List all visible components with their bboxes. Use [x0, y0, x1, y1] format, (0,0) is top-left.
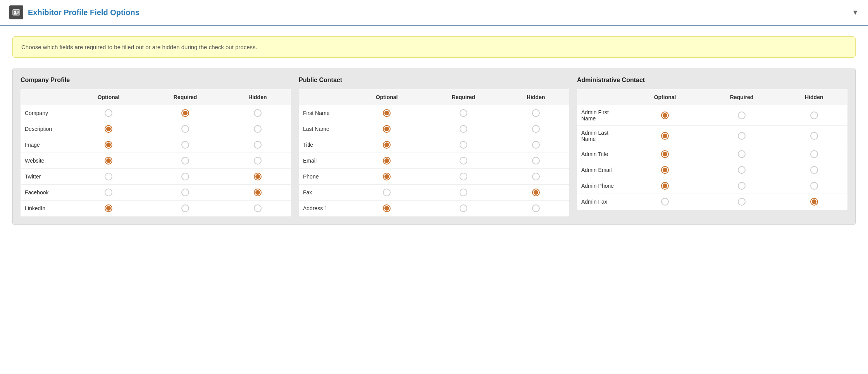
table-row: Image [21, 137, 291, 153]
svg-point-2 [14, 10, 17, 13]
radio-required-first-name[interactable] [460, 109, 467, 117]
header: Exhibitor Profile Field Options ▼ [0, 0, 868, 26]
radio-hidden-website[interactable] [254, 157, 262, 165]
radio-hidden-image[interactable] [254, 141, 262, 149]
field-label-facebook: Facebook [21, 185, 71, 201]
radio-optional-website[interactable] [105, 157, 112, 165]
radio-optional-title[interactable] [383, 141, 391, 149]
person-card-icon [9, 5, 23, 19]
radio-hidden-admin-email[interactable] [810, 166, 818, 174]
field-label-title: Title [299, 137, 350, 153]
column-header-required: Required [703, 89, 781, 105]
svg-rect-5 [17, 13, 19, 14]
radio-optional-email[interactable] [383, 157, 391, 165]
radio-optional-address-1[interactable] [383, 204, 391, 212]
field-label-linkedin: LinkedIn [21, 201, 71, 216]
radio-required-admin-phone[interactable] [738, 182, 746, 190]
table-row: Admin Fax [577, 194, 847, 210]
radio-required-admin-last-name[interactable] [738, 132, 746, 140]
radio-optional-phone[interactable] [383, 173, 391, 180]
info-text: Choose which fields are required to be f… [21, 44, 257, 50]
radio-optional-last-name[interactable] [383, 125, 391, 133]
radio-required-phone[interactable] [460, 173, 467, 180]
radio-optional-admin-phone[interactable] [661, 182, 669, 190]
radio-optional-admin-email[interactable] [661, 166, 669, 174]
radio-hidden-admin-first-name[interactable] [810, 112, 818, 119]
radio-required-facebook[interactable] [181, 189, 189, 196]
table-row: Twitter [21, 169, 291, 185]
radio-required-admin-fax[interactable] [738, 198, 746, 206]
radio-required-company[interactable] [181, 109, 189, 117]
radio-optional-fax[interactable] [383, 189, 391, 196]
radio-hidden-linkedin[interactable] [254, 204, 262, 212]
radio-hidden-facebook[interactable] [254, 189, 262, 196]
svg-rect-4 [17, 12, 19, 12]
radio-hidden-company[interactable] [254, 109, 262, 117]
table-header-empty [299, 89, 350, 105]
radio-hidden-admin-phone[interactable] [810, 182, 818, 190]
field-label-email: Email [299, 153, 350, 169]
radio-required-image[interactable] [181, 141, 189, 149]
radio-required-linkedin[interactable] [181, 204, 189, 212]
main-content: Choose which fields are required to be f… [0, 26, 868, 235]
radio-optional-image[interactable] [105, 141, 112, 149]
table-row: Company [21, 105, 291, 121]
radio-hidden-email[interactable] [532, 157, 540, 165]
table-row: Fax [299, 185, 569, 201]
chevron-down-icon[interactable]: ▼ [852, 9, 859, 17]
radio-optional-facebook[interactable] [105, 189, 112, 196]
radio-required-address-1[interactable] [460, 204, 467, 212]
radio-optional-admin-first-name[interactable] [661, 112, 669, 119]
radio-required-email[interactable] [460, 157, 467, 165]
table-header-empty [21, 89, 71, 105]
radio-required-description[interactable] [181, 125, 189, 133]
column-header-optional: Optional [71, 89, 146, 105]
table-row: Admin Email [577, 162, 847, 178]
page-wrapper: Exhibitor Profile Field Options ▼ Choose… [0, 0, 868, 374]
field-label-last-name: Last Name [299, 121, 350, 137]
table-row: Admin First Name [577, 105, 847, 126]
radio-required-fax[interactable] [460, 189, 467, 196]
radio-optional-admin-title[interactable] [661, 150, 669, 158]
radio-hidden-fax[interactable] [532, 189, 540, 196]
section-admin-contact: Administrative ContactOptionalRequiredHi… [577, 77, 847, 216]
table-row: LinkedIn [21, 201, 291, 216]
radio-hidden-admin-fax[interactable] [810, 198, 818, 206]
radio-optional-company[interactable] [105, 109, 112, 117]
radio-required-website[interactable] [181, 157, 189, 165]
table-row: Last Name [299, 121, 569, 137]
column-header-optional: Optional [628, 89, 703, 105]
radio-hidden-address-1[interactable] [532, 204, 540, 212]
radio-optional-admin-last-name[interactable] [661, 132, 669, 140]
radio-required-title[interactable] [460, 141, 467, 149]
field-label-website: Website [21, 153, 71, 169]
radio-optional-twitter[interactable] [105, 173, 112, 180]
field-label-admin-last-name: Admin Last Name [577, 126, 628, 146]
radio-hidden-admin-title[interactable] [810, 150, 818, 158]
radio-optional-description[interactable] [105, 125, 112, 133]
radio-hidden-last-name[interactable] [532, 125, 540, 133]
radio-optional-admin-fax[interactable] [661, 198, 669, 206]
table-row: Website [21, 153, 291, 169]
radio-hidden-description[interactable] [254, 125, 262, 133]
column-header-optional: Optional [350, 89, 424, 105]
section-title-admin-contact: Administrative Contact [577, 77, 847, 84]
radio-hidden-twitter[interactable] [254, 173, 262, 180]
field-label-twitter: Twitter [21, 169, 71, 185]
radio-required-admin-email[interactable] [738, 166, 746, 174]
radio-required-admin-first-name[interactable] [738, 112, 746, 119]
radio-hidden-admin-last-name[interactable] [810, 132, 818, 140]
column-header-required: Required [424, 89, 503, 105]
sections-container: Company ProfileOptionalRequiredHiddenCom… [12, 69, 856, 225]
radio-hidden-title[interactable] [532, 141, 540, 149]
field-label-admin-title: Admin Title [577, 146, 628, 162]
table-row: Admin Last Name [577, 126, 847, 146]
radio-hidden-phone[interactable] [532, 173, 540, 180]
radio-required-last-name[interactable] [460, 125, 467, 133]
radio-optional-first-name[interactable] [383, 109, 391, 117]
radio-hidden-first-name[interactable] [532, 109, 540, 117]
radio-optional-linkedin[interactable] [105, 204, 112, 212]
radio-required-admin-title[interactable] [738, 150, 746, 158]
radio-required-twitter[interactable] [181, 173, 189, 180]
field-label-first-name: First Name [299, 105, 350, 121]
